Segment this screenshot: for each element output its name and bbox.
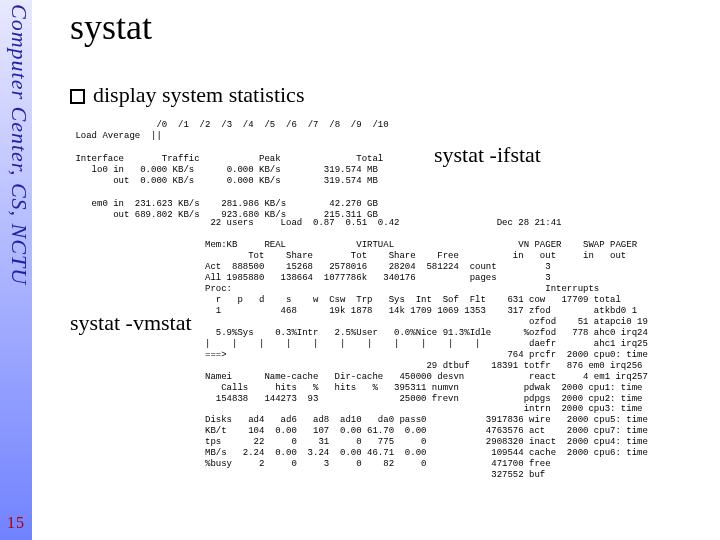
bullet-row: display system statistics — [70, 82, 716, 108]
page-number: 15 — [4, 514, 28, 532]
ifstat-output: /0 /1 /2 /3 /4 /5 /6 /7 /8 /9 /10 Load A… — [70, 120, 416, 221]
page-title: systat — [70, 6, 716, 48]
vmstat-label: systat -vmstat — [70, 310, 192, 336]
vmstat-output: 22 users Load 0.87 0.51 0.42 Dec 28 21:4… — [205, 218, 717, 481]
bullet-icon — [70, 89, 85, 104]
sidebar: Computer Center, CS, NCTU 15 — [0, 0, 32, 540]
ifstat-label: systat -ifstat — [434, 142, 541, 168]
slide-content: systat display system statistics /0 /1 /… — [40, 0, 716, 540]
bullet-text: display system statistics — [93, 82, 304, 107]
sidebar-text: Computer Center, CS, NCTU — [7, 0, 36, 285]
